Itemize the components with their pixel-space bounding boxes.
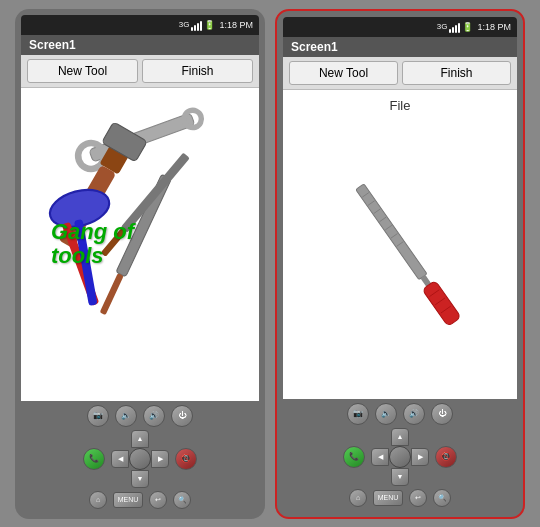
phone-controls-left: 📷 🔈 🔊 ⏻ 📞 ▲ ▼ ◀ ▶ 📵 ⌂ MENU ↩ 🔍 [21,401,259,511]
menu-btn-right[interactable]: MENU [373,490,403,506]
signal-bars-right [449,21,460,33]
right-phone: 3G 🔋 1:18 PM Screen1 New Tool Finish Fil… [275,9,525,519]
ctrl-row1-left: 📷 🔈 🔊 ⏻ [87,405,193,427]
dpad-down-left[interactable]: ▼ [131,470,149,488]
screen-content-left: Gang of tools [21,88,259,401]
battery-icon-right: 🔋 [462,22,473,32]
screen-left: Screen1 New Tool Finish [21,35,259,401]
end-btn-right[interactable]: 📵 [435,446,457,468]
ctrl-row3-right: ⌂ MENU ↩ 🔍 [349,489,451,507]
back-btn-right[interactable]: ↩ [409,489,427,507]
battery-icon-left: 🔋 [204,20,215,30]
power-btn-left[interactable]: ⏻ [171,405,193,427]
dpad-up-right[interactable]: ▲ [391,428,409,446]
ctrl-row3-left: ⌂ MENU ↩ 🔍 [89,491,191,509]
gang-of-tools-text: Gang of tools [51,220,134,268]
dpad-center-left[interactable] [129,448,151,470]
vol-down-btn-left[interactable]: 🔈 [115,405,137,427]
power-btn-right[interactable]: ⏻ [431,403,453,425]
camera-btn-left[interactable]: 📷 [87,405,109,427]
call-btn-right[interactable]: 📞 [343,446,365,468]
signal-bars-left [191,19,202,31]
ctrl-row1-right: 📷 🔈 🔊 ⏻ [347,403,453,425]
search-btn-left[interactable]: 🔍 [173,491,191,509]
dpad-right-phone: ▲ ▼ ◀ ▶ [371,428,429,486]
screen-content-right: File [283,90,517,399]
finish-button-right[interactable]: Finish [402,61,511,85]
toolbar-left: New Tool Finish [21,55,259,88]
call-btn-left[interactable]: 📞 [83,448,105,470]
vol-up-btn-left[interactable]: 🔊 [143,405,165,427]
svg-rect-10 [100,273,124,315]
menu-btn-left[interactable]: MENU [113,492,143,508]
vol-down-btn-right[interactable]: 🔈 [375,403,397,425]
home-btn-right[interactable]: ⌂ [349,489,367,507]
dpad-center-right[interactable] [389,446,411,468]
signal-3g-left: 3G [179,20,190,29]
time-right: 1:18 PM [477,22,511,32]
dpad-left-left[interactable]: ◀ [111,450,129,468]
svg-rect-13 [356,184,427,280]
new-tool-button-left[interactable]: New Tool [27,59,138,83]
dpad-left-right[interactable]: ◀ [371,448,389,466]
search-btn-right[interactable]: 🔍 [433,489,451,507]
file-tool-svg [320,154,480,334]
app-title-right: Screen1 [283,37,517,57]
ctrl-row2-right: 📞 ▲ ▼ ◀ ▶ 📵 [343,428,457,486]
ctrl-row2-left: 📞 ▲ ▼ ◀ ▶ 📵 [83,430,197,488]
signal-3g-right: 3G [437,22,448,31]
finish-button-left[interactable]: Finish [142,59,253,83]
file-label: File [390,98,411,113]
status-icons-right: 3G 🔋 1:18 PM [437,21,511,33]
status-bar-right: 3G 🔋 1:18 PM [283,17,517,37]
app-title-left: Screen1 [21,35,259,55]
phone-controls-right: 📷 🔈 🔊 ⏻ 📞 ▲ ▼ ◀ ▶ 📵 ⌂ MENU ↩ 🔍 [283,399,517,509]
dpad-up-left[interactable]: ▲ [131,430,149,448]
dpad-down-right[interactable]: ▼ [391,468,409,486]
svg-rect-22 [422,280,461,326]
screen-right: Screen1 New Tool Finish File [283,37,517,399]
status-icons-left: 3G 🔋 1:18 PM [179,19,253,31]
left-phone: 3G 🔋 1:18 PM Screen1 New Tool Finish [15,9,265,519]
vol-up-btn-right[interactable]: 🔊 [403,403,425,425]
status-bar-left: 3G 🔋 1:18 PM [21,15,259,35]
dpad-right-left[interactable]: ▶ [151,450,169,468]
dpad-right-right[interactable]: ▶ [411,448,429,466]
time-left: 1:18 PM [219,20,253,30]
toolbar-right: New Tool Finish [283,57,517,90]
camera-btn-right[interactable]: 📷 [347,403,369,425]
home-btn-left[interactable]: ⌂ [89,491,107,509]
new-tool-button-right[interactable]: New Tool [289,61,398,85]
back-btn-left[interactable]: ↩ [149,491,167,509]
dpad-left: ▲ ▼ ◀ ▶ [111,430,169,488]
end-btn-left[interactable]: 📵 [175,448,197,470]
